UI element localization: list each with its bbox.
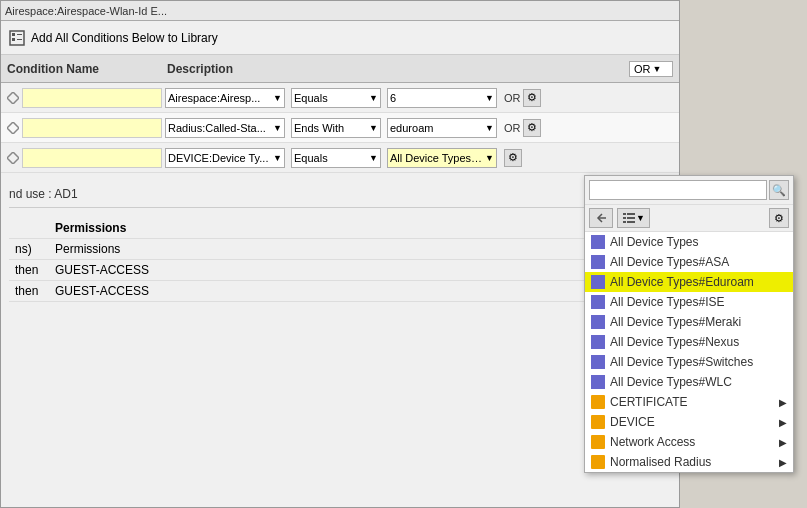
svg-rect-9 — [623, 213, 626, 215]
folder-icon — [591, 455, 605, 469]
popup-item-label: All Device Types#WLC — [610, 375, 732, 389]
val-select-1[interactable]: 6 ▼ — [387, 88, 497, 108]
popup-item-label: All Device Types#Eduroam — [610, 275, 754, 289]
gear-btn-3[interactable]: ⚙ — [504, 149, 522, 167]
popup-item[interactable]: All Device Types#ISE — [585, 292, 793, 312]
gear-btn-2[interactable]: ⚙ — [523, 119, 541, 137]
popup-item-label: DEVICE — [610, 415, 655, 429]
paren-1: ns) — [15, 242, 55, 256]
top-bar-text: Airespace:Airespace-Wlan-Id E... — [5, 5, 167, 17]
val-text-1: 6 — [390, 92, 396, 104]
or-small-label-1: OR — [504, 92, 521, 104]
bottom-header-row: Permissions — [9, 218, 671, 239]
desc-select-1[interactable]: Airespace:Airesp... ▼ — [165, 88, 285, 108]
popup-list-btn[interactable]: ▼ — [617, 208, 650, 228]
popup-item[interactable]: DEVICE▶ — [585, 412, 793, 432]
popup-item-label: All Device Types — [610, 235, 698, 249]
use-line: nd use : AD1 — [9, 181, 671, 208]
add-library-label: Add All Conditions Below to Library — [31, 31, 218, 45]
svg-rect-14 — [627, 221, 635, 223]
or-gear-1: OR ⚙ — [504, 89, 541, 107]
table-row-1: ns) Permissions — [9, 239, 671, 260]
popup-item[interactable]: Network Access▶ — [585, 432, 793, 452]
content-area: nd use : AD1 Permissions ns) Permissions… — [1, 173, 679, 310]
popup-item[interactable]: All Device Types#Nexus — [585, 332, 793, 352]
device-type-dropdown: 🔍 ▼ ⚙ All Device TypesAll Device Types#A… — [584, 175, 794, 473]
desc-arrow-3: ▼ — [273, 153, 282, 163]
popup-back-btn[interactable] — [589, 208, 613, 228]
device-type-icon — [591, 295, 605, 309]
popup-item-list: All Device TypesAll Device Types#ASAAll … — [585, 232, 793, 472]
op-select-3[interactable]: Equals ▼ — [291, 148, 381, 168]
popup-item[interactable]: All Device Types#WLC — [585, 372, 793, 392]
device-type-icon — [591, 255, 605, 269]
popup-item[interactable]: All Device Types#ASA — [585, 252, 793, 272]
condition-name-input-3[interactable] — [22, 148, 162, 168]
condition-name-input-2[interactable] — [22, 118, 162, 138]
col-header-paren — [15, 221, 55, 235]
diamond-icon-3 — [7, 152, 19, 164]
op-select-1[interactable]: Equals ▼ — [291, 88, 381, 108]
condition-row-2: Radius:Called-Sta... ▼ Ends With ▼ eduro… — [1, 113, 679, 143]
device-type-icon — [591, 355, 605, 369]
op-arrow-2: ▼ — [369, 123, 378, 133]
submenu-arrow-icon: ▶ — [779, 457, 787, 468]
main-panel: Airespace:Airespace-Wlan-Id E... Add All… — [0, 0, 680, 508]
desc-select-text-1: Airespace:Airesp... — [168, 92, 260, 104]
or-dropdown-header[interactable]: OR ▼ — [629, 61, 673, 77]
list-dropdown-arrow: ▼ — [636, 213, 645, 223]
popup-item[interactable]: All Device Types#Switches — [585, 352, 793, 372]
device-type-icon — [591, 375, 605, 389]
popup-item[interactable]: Normalised Radius▶ — [585, 452, 793, 472]
popup-item[interactable]: All Device Types#Meraki — [585, 312, 793, 332]
condition-name-input-1[interactable] — [22, 88, 162, 108]
condition-row-1: Airespace:Airesp... ▼ Equals ▼ 6 ▼ OR ⚙ — [1, 83, 679, 113]
or-gear-2: OR ⚙ — [504, 119, 541, 137]
svg-rect-11 — [623, 217, 626, 219]
folder-icon — [591, 415, 605, 429]
device-type-icon — [591, 235, 605, 249]
svg-rect-10 — [627, 213, 635, 215]
folder-icon — [591, 435, 605, 449]
header-condition-name: Condition Name — [7, 62, 167, 76]
op-text-2: Ends With — [294, 122, 344, 134]
desc-select-text-3: DEVICE:Device Ty... — [168, 152, 268, 164]
device-type-icon — [591, 275, 605, 289]
op-select-2[interactable]: Ends With ▼ — [291, 118, 381, 138]
popup-item[interactable]: All Device Types#Eduroam — [585, 272, 793, 292]
device-type-icon — [591, 335, 605, 349]
header-description: Description — [167, 62, 629, 76]
svg-rect-12 — [627, 217, 635, 219]
submenu-arrow-icon: ▶ — [779, 397, 787, 408]
popup-toolbar: ▼ ⚙ — [585, 205, 793, 232]
popup-item-label: All Device Types#Switches — [610, 355, 753, 369]
popup-item-label: Normalised Radius — [610, 455, 711, 469]
gear-btn-1[interactable]: ⚙ — [523, 89, 541, 107]
perm-1: Permissions — [55, 242, 155, 256]
bottom-section: Permissions ns) Permissions then GUEST-A… — [9, 218, 671, 302]
val-select-3[interactable]: All Device Types#... ▼ — [387, 148, 497, 168]
popup-item-label: Network Access — [610, 435, 695, 449]
device-type-icon — [591, 315, 605, 329]
popup-item[interactable]: CERTIFICATE▶ — [585, 392, 793, 412]
popup-search-icon[interactable]: 🔍 — [769, 180, 789, 200]
table-row-3: then GUEST-ACCESS — [9, 281, 671, 302]
gear-only-3: ⚙ — [504, 149, 522, 167]
op-text-1: Equals — [294, 92, 328, 104]
val-arrow-1: ▼ — [485, 93, 494, 103]
popup-search-input[interactable] — [589, 180, 767, 200]
desc-select-2[interactable]: Radius:Called-Sta... ▼ — [165, 118, 285, 138]
op-arrow-3: ▼ — [369, 153, 378, 163]
or-arrow-icon: ▼ — [653, 64, 662, 74]
folder-icon — [591, 395, 605, 409]
popup-item-label: CERTIFICATE — [610, 395, 688, 409]
popup-item[interactable]: All Device Types — [585, 232, 793, 252]
top-bar: Airespace:Airespace-Wlan-Id E... — [1, 1, 679, 21]
popup-item-label: All Device Types#Meraki — [610, 315, 741, 329]
popup-gear-btn[interactable]: ⚙ — [769, 208, 789, 228]
perm-2: GUEST-ACCESS — [55, 263, 155, 277]
val-text-2: eduroam — [390, 122, 433, 134]
val-select-2[interactable]: eduroam ▼ — [387, 118, 497, 138]
svg-marker-5 — [7, 92, 19, 104]
desc-select-3[interactable]: DEVICE:Device Ty... ▼ — [165, 148, 285, 168]
